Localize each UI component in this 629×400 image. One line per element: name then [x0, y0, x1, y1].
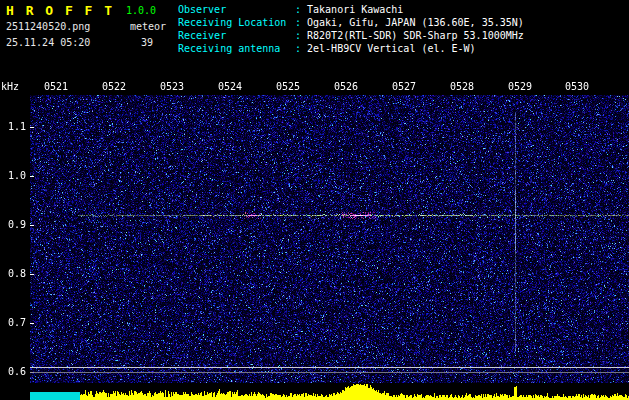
- info-separator: :: [295, 29, 307, 42]
- info-label: Observer: [178, 3, 295, 16]
- x-tick-0521: 0521: [44, 81, 68, 92]
- info-label: Receiving Location: [178, 16, 295, 29]
- x-tick-0528: 0528: [450, 81, 474, 92]
- info-value: R820T2(RTL-SDR) SDR-Sharp 53.1000MHz: [307, 29, 524, 42]
- station-info: Observer:Takanori Kawachi Receiving Loca…: [178, 3, 524, 55]
- x-tick-0527: 0527: [392, 81, 416, 92]
- x-tick-0530: 0530: [565, 81, 589, 92]
- info-value: Ogaki, Gifu, JAPAN (136.60E, 35.35N): [307, 16, 524, 29]
- info-label: Receiving antenna: [178, 42, 295, 55]
- y-tick-0-6: 0.6: [0, 366, 26, 377]
- echo-count: 39: [141, 37, 153, 48]
- y-tick-0-9: 0.9: [0, 219, 26, 230]
- observation-datetime: 25.11.24 05:20: [6, 37, 90, 48]
- x-tick-0525: 0525: [276, 81, 300, 92]
- x-tick-0522: 0522: [102, 81, 126, 92]
- info-value: Takanori Kawachi: [307, 3, 403, 16]
- y-axis-unit: kHz: [1, 81, 19, 92]
- info-row-location: Receiving Location:Ogaki, Gifu, JAPAN (1…: [178, 16, 524, 29]
- observation-mode: meteor: [130, 21, 166, 32]
- y-tick-1-1: 1.1: [0, 121, 26, 132]
- output-filename: 2511240520.png: [6, 21, 90, 32]
- y-tick-0-7: 0.7: [0, 317, 26, 328]
- y-tick-1-0: 1.0: [0, 170, 26, 181]
- y-tick-0-8: 0.8: [0, 268, 26, 279]
- x-tick-0529: 0529: [508, 81, 532, 92]
- info-value: 2el-HB9CV Vertical (el. E-W): [307, 42, 476, 55]
- info-row-observer: Observer:Takanori Kawachi: [178, 3, 524, 16]
- info-separator: :: [295, 3, 307, 16]
- x-tick-0526: 0526: [334, 81, 358, 92]
- spectrogram-canvas: [0, 80, 629, 400]
- info-row-antenna: Receiving antenna:2el-HB9CV Vertical (el…: [178, 42, 524, 55]
- app-title: H R O F F T: [6, 3, 114, 18]
- info-separator: :: [295, 16, 307, 29]
- hrofft-window: H R O F F T 1.0.0 2511240520.png meteor …: [0, 0, 629, 400]
- info-label: Receiver: [178, 29, 295, 42]
- info-separator: :: [295, 42, 307, 55]
- app-version: 1.0.0: [126, 5, 156, 16]
- x-tick-0524: 0524: [218, 81, 242, 92]
- info-row-receiver: Receiver:R820T2(RTL-SDR) SDR-Sharp 53.10…: [178, 29, 524, 42]
- x-tick-0523: 0523: [160, 81, 184, 92]
